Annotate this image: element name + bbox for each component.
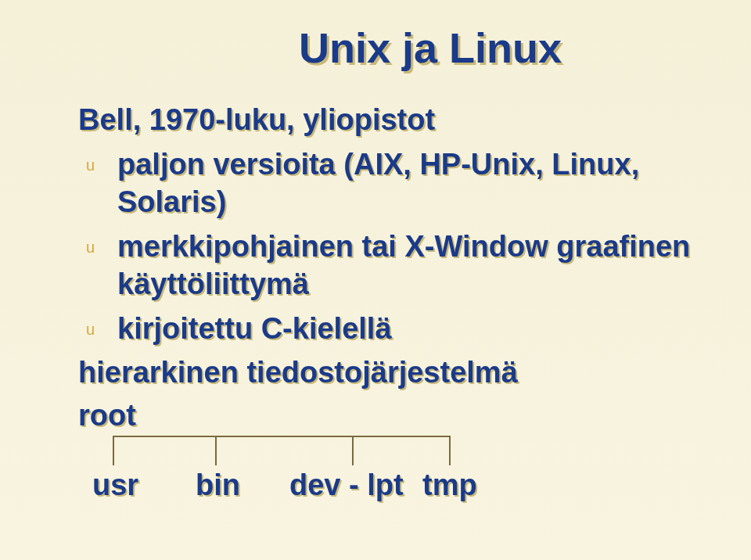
tree-node-dev: dev - lpt (289, 468, 404, 502)
bullet-text: kirjoitettu C-kielellä (117, 312, 392, 345)
tree-vline (449, 436, 451, 465)
slide-title: Unix ja Linux (156, 23, 704, 72)
tree-diagram: usr bin dev - lpt tmp (78, 436, 704, 467)
bullet-item: u merkkipohjainen tai X-Window graafinen… (78, 228, 704, 303)
tree-vline (113, 436, 114, 465)
root-label: root (78, 399, 704, 433)
bullet-text: paljon versioita (AIX, HP-Unix, Linux, S… (117, 148, 639, 218)
tree-vertical-lines (78, 436, 704, 467)
tree-vline (215, 436, 217, 465)
slide: Unix ja Linux Bell, 1970-luku, yliopisto… (0, 0, 751, 560)
bullet-text: merkkipohjainen tai X-Window graafinen k… (117, 230, 690, 300)
bullet-icon: u (86, 320, 95, 339)
tree-node-usr: usr (92, 468, 138, 502)
slide-content: Bell, 1970-luku, yliopistot u paljon ver… (78, 103, 704, 467)
hierarchy-label: hierarkinen tiedostojärjestelmä (78, 356, 704, 389)
bullet-item: u paljon versioita (AIX, HP-Unix, Linux,… (78, 146, 704, 221)
bullet-item: u kirjoitettu C-kielellä (78, 311, 704, 348)
main-line: Bell, 1970-luku, yliopistot (78, 103, 704, 137)
bullet-icon: u (86, 238, 95, 257)
tree-node-bin: bin (196, 468, 240, 502)
tree-vline (352, 436, 354, 465)
bullet-icon: u (86, 156, 95, 175)
tree-node-tmp: tmp (422, 468, 477, 502)
